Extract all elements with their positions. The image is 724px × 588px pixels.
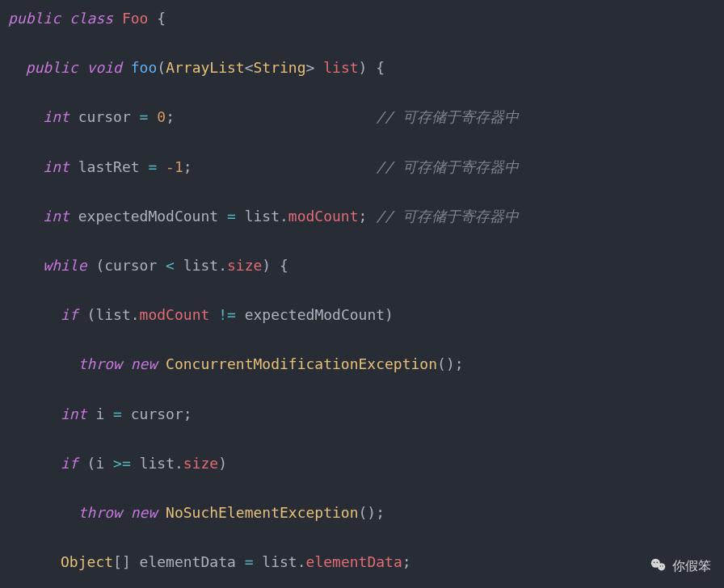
exception-cme: ConcurrentModificationException xyxy=(166,355,437,372)
field-elementdata: elementData xyxy=(306,553,402,570)
type-object: Object xyxy=(61,553,113,570)
var-cursor: cursor xyxy=(78,108,131,125)
svg-point-2 xyxy=(654,562,655,564)
keyword-class: class xyxy=(69,10,113,27)
keyword-int: int xyxy=(43,158,69,175)
keyword-public: public xyxy=(8,10,61,27)
comment: // 可存储于寄存器中 xyxy=(376,208,519,225)
watermark-text: 你假笨 xyxy=(672,555,711,577)
keyword-if: if xyxy=(61,306,78,323)
method-name: foo xyxy=(131,59,158,76)
keyword-public: public xyxy=(26,59,78,76)
var-elementdata: elementData xyxy=(140,553,236,570)
literal-zero: 0 xyxy=(157,108,166,125)
wechat-icon xyxy=(650,556,667,574)
keyword-int: int xyxy=(61,405,87,422)
var-expected: expectedModCount xyxy=(78,208,218,225)
literal-negone: -1 xyxy=(166,158,183,175)
comment: // 可存储于寄存器中 xyxy=(376,158,519,175)
type-arraylist: ArrayList xyxy=(166,59,245,76)
keyword-int: int xyxy=(43,108,69,125)
keyword-while: while xyxy=(43,257,86,274)
var-i: i xyxy=(95,405,104,422)
keyword-throw: throw xyxy=(78,355,122,372)
keyword-int: int xyxy=(43,208,69,225)
type-string: String xyxy=(254,59,306,76)
code-block: public class Foo { public void foo(Array… xyxy=(0,0,724,588)
keyword-new: new xyxy=(131,504,158,521)
keyword-if: if xyxy=(61,455,78,472)
field-modcount: modCount xyxy=(288,208,359,225)
svg-point-3 xyxy=(656,562,658,564)
svg-point-5 xyxy=(662,566,663,567)
svg-point-4 xyxy=(660,566,661,567)
exception-nsee: NoSuchElementException xyxy=(166,504,358,521)
svg-point-1 xyxy=(658,564,665,571)
keyword-throw: throw xyxy=(78,504,122,521)
class-name: Foo xyxy=(122,10,149,27)
var-lastret: lastRet xyxy=(78,158,140,175)
comment: // 可存储于寄存器中 xyxy=(376,108,519,125)
field-size: size xyxy=(227,257,262,274)
keyword-new: new xyxy=(131,355,158,372)
watermark: 你假笨 xyxy=(650,555,711,577)
param-list: list xyxy=(323,59,358,76)
keyword-void: void xyxy=(87,59,122,76)
